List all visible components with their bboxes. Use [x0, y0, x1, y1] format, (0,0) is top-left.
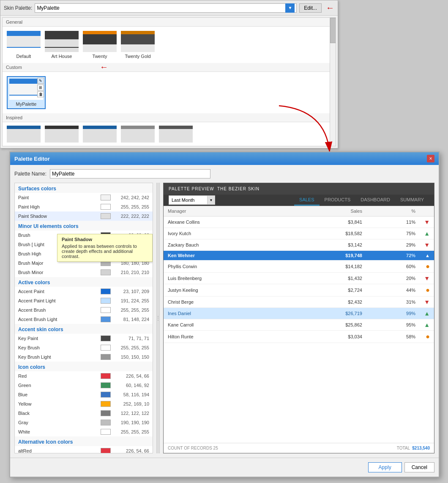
color-row-key-paint[interactable]: Key Paint 71, 71, 71 [15, 334, 153, 343]
color-row-red[interactable]: Red 226, 54, 66 [15, 371, 153, 381]
yellow-value: 252, 169, 10 [113, 401, 149, 406]
table-row-highlighted: Ken Wehner $19,748 72% ▲ [164, 251, 434, 261]
key-brush-light-value: 150, 150, 150 [113, 354, 149, 360]
color-row-paint-shadow[interactable]: Paint Shadow 222, 222, 222 [15, 211, 153, 221]
paint-shadow-swatch [101, 213, 111, 219]
tab-summary[interactable]: SUMMARY [395, 195, 429, 206]
paint-value: 242, 242, 242 [113, 195, 149, 200]
paint-label: Paint [18, 195, 98, 200]
color-row-green[interactable]: Green 60, 146, 92 [15, 381, 153, 390]
dropdown-arrow-icon[interactable]: ▼ [285, 3, 295, 13]
skin-edit-icons: ✎ ⊞ 🗑 [37, 78, 44, 97]
edit-icon[interactable]: ✎ [37, 78, 44, 84]
color-row-alt-red[interactable]: altRed 226, 54, 66 [15, 446, 153, 453]
skin-item-twentygold[interactable]: Twenty Gold [121, 31, 155, 59]
trend-icon: ▼ [420, 296, 434, 308]
alt-red-swatch [101, 448, 111, 453]
palette-name-row: Palette Name: [14, 169, 434, 178]
trend-icon: ● [420, 331, 434, 343]
color-row-paint-high[interactable]: Paint High 255, 255, 255 [15, 202, 153, 211]
color-row-white[interactable]: White 255, 255, 255 [15, 427, 153, 436]
brush-minor-value: 210, 210, 210 [113, 270, 149, 275]
color-row-key-brush-light[interactable]: Key Brush Light 150, 150, 150 [15, 352, 153, 362]
color-row-brush-minor[interactable]: Brush Minor 210, 210, 210 [15, 268, 153, 277]
accent-brush-swatch [101, 307, 111, 313]
sales-value: $18,582 [291, 228, 366, 239]
edit-button[interactable]: Edit... [299, 3, 322, 13]
black-value: 122, 122, 122 [113, 411, 149, 416]
color-row-accent-paint[interactable]: Accent Paint 23, 107, 209 [15, 287, 153, 296]
custom-section-label: Custom [3, 63, 336, 72]
inspired-item-2[interactable] [45, 126, 79, 143]
inspired-item-5[interactable] [159, 126, 193, 143]
key-brush-label: Key Brush [18, 345, 98, 350]
active-colors-title: Active colors [15, 277, 153, 287]
accent-brush-light-label: Accent Brush Light [18, 317, 98, 322]
tab-products[interactable]: PRODUCTS [320, 195, 356, 206]
tab-dashboard[interactable]: DASHBOARD [355, 195, 395, 206]
trend-icon: ▲ [420, 251, 434, 261]
table-row: Ivory Kutch $18,582 75% ▲ [164, 228, 434, 239]
color-list-panel: Surfaces colors Paint 242, 242, 242 Pain… [14, 183, 153, 453]
green-label: Green [18, 383, 98, 388]
accent-skin-colors-title: Accent skin colors [15, 324, 153, 334]
color-row-key-brush[interactable]: Key Brush 255, 255, 255 [15, 343, 153, 352]
inspired-items [3, 122, 336, 146]
color-row-blue[interactable]: Blue 58, 116, 194 [15, 390, 153, 399]
skin-name-mypalette: MyPalette [16, 102, 37, 107]
color-row-accent-brush-light[interactable]: Accent Brush Light 81, 148, 224 [15, 315, 153, 324]
accent-paint-label: Accent Paint [18, 289, 98, 294]
manager-name: Luis Breitenberg [164, 273, 291, 284]
palette-name-input[interactable] [50, 169, 210, 178]
dialog-titlebar: Palette Editor × [10, 152, 439, 165]
skin-thumb-default [7, 31, 41, 52]
sales-value: $2,432 [291, 296, 366, 308]
inspired-item-1[interactable] [7, 126, 41, 143]
skin-palette-dropdown[interactable]: MyPalette ▼ [35, 3, 297, 13]
skin-name-default: Default [16, 54, 31, 59]
color-row-accent-paint-light[interactable]: Accent Paint Light 191, 224, 255 [15, 296, 153, 305]
dialog-main: Surfaces colors Paint 242, 242, 242 Pain… [14, 183, 434, 453]
delete-icon[interactable]: 🗑 [37, 91, 44, 97]
preview-nav-left: Last Month ▼ [169, 195, 294, 205]
gray-value: 190, 190, 190 [113, 420, 149, 425]
accent-paint-light-swatch [101, 298, 111, 304]
dialog-title: Palette Editor [14, 156, 50, 162]
preview-skin-name: THE BEZIER SKIN [217, 187, 260, 191]
preview-label: PALETTE PREVIEW [169, 187, 214, 191]
skin-item-default[interactable]: Default [7, 31, 41, 59]
alt-icon-colors-title: Alternative Icon colors [15, 436, 153, 446]
color-row-yellow[interactable]: Yellow 252, 169, 10 [15, 399, 153, 409]
color-row-accent-brush[interactable]: Accent Brush 255, 255, 255 [15, 305, 153, 315]
white-label: White [18, 429, 98, 434]
color-row-gray[interactable]: Gray 190, 190, 190 [15, 418, 153, 427]
skin-item-twenty[interactable]: Twenty [83, 31, 117, 59]
dialog-close-button[interactable]: × [427, 155, 434, 162]
scrollbar-thumb[interactable] [330, 18, 336, 43]
percent-value: 11% [366, 217, 420, 228]
skin-name-twenty: Twenty [93, 54, 107, 59]
accent-paint-swatch [101, 288, 111, 294]
month-dropdown[interactable]: Last Month ▼ [169, 195, 215, 205]
skin-item-arthouse[interactable]: Art House [45, 31, 79, 59]
col-header-trend [420, 206, 434, 217]
manager-name: Ken Wehner [164, 251, 291, 261]
inspired-item-3[interactable] [83, 126, 117, 143]
copy-icon[interactable]: ⊞ [37, 85, 44, 91]
tooltip-box: Paint Shadow Applied to areas between co… [57, 234, 153, 262]
color-row-paint[interactable]: Paint 242, 242, 242 [15, 193, 153, 202]
tab-sales[interactable]: SALES [294, 195, 319, 206]
color-row-black[interactable]: Black 122, 122, 122 [15, 409, 153, 418]
manager-name: Zackary Bauch [164, 239, 291, 251]
inspired-item-4[interactable] [121, 126, 155, 143]
resize-handle[interactable] [156, 183, 160, 453]
skin-item-mypalette[interactable]: ✎ ⊞ 🗑 MyPalette [7, 76, 46, 109]
percent-value: 58% [366, 331, 420, 343]
custom-skin-items: ✎ ⊞ 🗑 MyPalette [3, 72, 336, 113]
trend-icon: ▲ [420, 319, 434, 331]
apply-button[interactable]: Apply [368, 462, 402, 472]
trend-icon: ● [420, 284, 434, 296]
cancel-button[interactable]: Cancel [404, 462, 434, 472]
manager-name: Justyn Keeling [164, 284, 291, 296]
sales-value: $14,182 [291, 261, 366, 273]
